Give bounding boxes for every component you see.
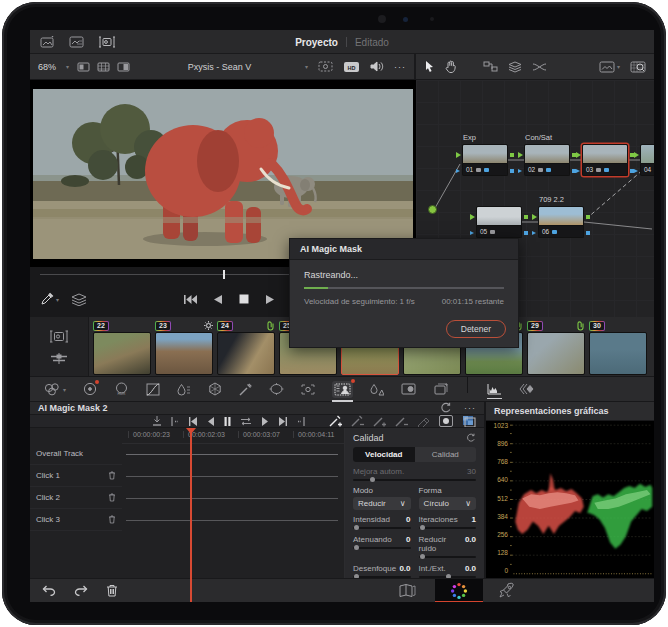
prev-frame-icon[interactable]: [188, 417, 198, 426]
picker-wand-icon[interactable]: [239, 383, 252, 396]
clip-thumbnail[interactable]: [217, 332, 275, 375]
source-node-dot[interactable]: [428, 205, 437, 214]
track-row-overall[interactable]: Overall Track: [30, 443, 122, 465]
lut-browser-icon[interactable]: [630, 61, 646, 73]
play-reverse-button[interactable]: [213, 294, 223, 305]
primaries-wheel-icon[interactable]: [83, 382, 97, 396]
node-key-out[interactable]: [586, 231, 590, 235]
mask-subtract-wand-icon[interactable]: [351, 415, 364, 427]
node-key-in[interactable]: [576, 169, 580, 173]
tab-velocidad[interactable]: Velocidad: [353, 447, 415, 462]
clip-24[interactable]: 24: [215, 319, 277, 376]
deliver-page-icon[interactable]: [498, 582, 515, 599]
mask-add-wand-icon[interactable]: [329, 415, 342, 427]
clip-thumbnail[interactable]: [155, 332, 213, 375]
lightbox-icon[interactable]: [49, 330, 69, 343]
qualifier-droplet-icon[interactable]: [177, 383, 191, 396]
node-06[interactable]: 709 2.2 06: [538, 206, 584, 238]
add-track-icon[interactable]: [152, 416, 162, 426]
stop-button[interactable]: [239, 294, 249, 304]
node-key-in[interactable]: [456, 169, 460, 173]
sizing-icon[interactable]: [433, 383, 448, 396]
node-key-out[interactable]: [510, 169, 514, 173]
color-wheels-icon[interactable]: ▾: [44, 383, 66, 396]
trash-button[interactable]: [106, 584, 118, 597]
node-key-in[interactable]: [470, 231, 474, 235]
shape-select[interactable]: Círculo∨: [419, 497, 477, 510]
node-01[interactable]: Exp 01: [462, 144, 508, 176]
trash-icon[interactable]: [108, 515, 116, 524]
node-output-port[interactable]: [586, 215, 590, 219]
node-03-selected[interactable]: 03: [582, 144, 628, 176]
eraser-icon[interactable]: [417, 415, 430, 427]
undo-button[interactable]: [42, 585, 56, 596]
hdr-wheel-icon[interactable]: HDR: [114, 382, 129, 396]
lightbox-icon[interactable]: [98, 36, 116, 48]
forward-icon[interactable]: [261, 417, 269, 426]
stills-gallery-icon[interactable]: ▾: [599, 61, 620, 73]
reset-icon[interactable]: [440, 402, 452, 414]
node-input-port[interactable]: [532, 214, 537, 220]
power-window-icon[interactable]: [269, 383, 284, 395]
cursor-tool-icon[interactable]: [424, 60, 435, 73]
split-view-icon[interactable]: [117, 62, 130, 72]
node-connect-icon[interactable]: [483, 61, 498, 72]
node-output-port[interactable]: [524, 215, 528, 219]
clip-29[interactable]: 29: [525, 319, 587, 376]
track-row-click1[interactable]: Click 1: [30, 465, 122, 487]
reset-icon[interactable]: [466, 433, 476, 443]
trash-icon[interactable]: [108, 493, 116, 502]
gallery-icon[interactable]: [40, 36, 55, 48]
eyedropper-icon[interactable]: [40, 292, 54, 306]
curves-icon[interactable]: [146, 383, 160, 396]
auto-improve-slider[interactable]: [353, 479, 476, 481]
panel-more-options[interactable]: ···: [464, 403, 476, 413]
key-icon[interactable]: [401, 383, 416, 395]
node-key-in[interactable]: [532, 231, 536, 235]
reverse-icon[interactable]: [207, 417, 215, 426]
tab-calidad[interactable]: Calidad: [415, 447, 477, 462]
go-to-start-button[interactable]: [183, 294, 197, 305]
mode-select[interactable]: Reducir∨: [353, 497, 411, 510]
param-iteraciones[interactable]: Iteraciones1: [419, 515, 477, 534]
ping-pong-icon[interactable]: [240, 417, 252, 426]
keyframes-icon[interactable]: [519, 383, 535, 395]
node-05[interactable]: 05: [476, 206, 522, 238]
next-frame-icon[interactable]: [278, 417, 288, 426]
node-key-in[interactable]: [634, 169, 638, 173]
mixer-icon[interactable]: [532, 62, 547, 72]
clip-thumbnail[interactable]: [589, 332, 647, 375]
redo-button[interactable]: [74, 585, 88, 596]
node-key-out[interactable]: [524, 231, 528, 235]
clip-thumbnail[interactable]: [527, 332, 585, 375]
edit-page-icon[interactable]: [398, 583, 416, 597]
clip-22[interactable]: 22: [91, 319, 153, 376]
trash-icon[interactable]: [108, 471, 116, 480]
single-view-icon[interactable]: [77, 62, 90, 72]
more-options[interactable]: ···: [394, 62, 406, 72]
pan-hand-icon[interactable]: [445, 60, 457, 73]
tracker-icon[interactable]: [301, 383, 315, 396]
blur-icon[interactable]: [370, 383, 384, 396]
color-warper-icon[interactable]: [208, 382, 222, 396]
layers-icon[interactable]: [508, 61, 522, 73]
param-reducir-ruido[interactable]: Reducir ruido0.0: [419, 535, 477, 563]
scrub-playhead[interactable]: [223, 270, 225, 279]
node-input-port[interactable]: [518, 152, 523, 158]
clip-name-dropdown[interactable]: Pxysis - Sean V: [136, 62, 303, 72]
param-atenuando[interactable]: Atenuando0: [353, 535, 411, 563]
timeline-playhead[interactable]: [190, 428, 192, 602]
track-row-click2[interactable]: Click 2: [30, 487, 122, 509]
param-intensidad[interactable]: Intensidad0: [353, 515, 411, 534]
node-output-port[interactable]: [510, 153, 514, 157]
stroke-subtract-icon[interactable]: [395, 415, 408, 427]
node-key-in[interactable]: [518, 169, 522, 173]
stills-icon[interactable]: [69, 36, 84, 48]
color-page-button[interactable]: [435, 579, 483, 602]
project-tab[interactable]: Proyecto: [295, 37, 338, 48]
layers-stack-icon[interactable]: [71, 293, 87, 306]
zoom-level[interactable]: 68%: [38, 62, 56, 72]
clip-23[interactable]: 23: [153, 319, 215, 376]
stop-button[interactable]: Detener: [446, 320, 506, 338]
scopes-icon[interactable]: [487, 383, 502, 395]
